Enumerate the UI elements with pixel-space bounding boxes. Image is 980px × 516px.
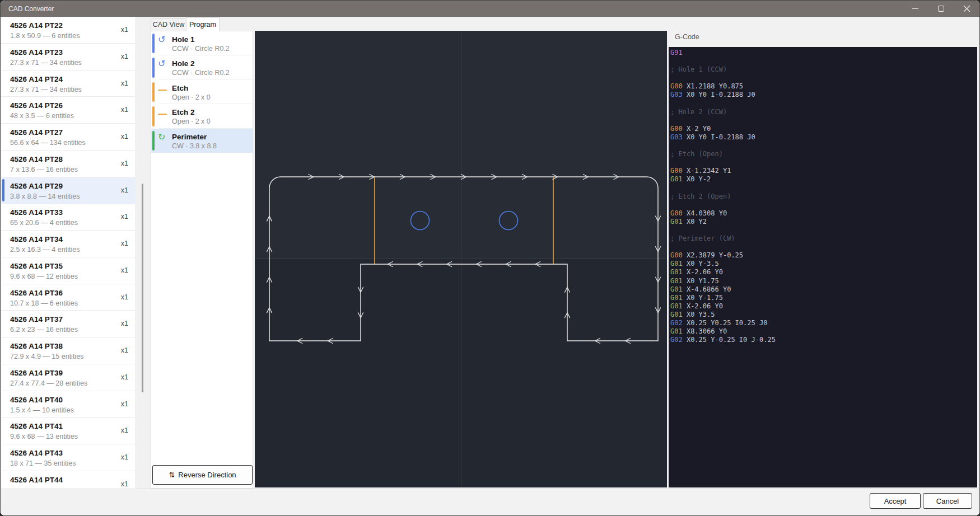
parts-list: 4526 A14 PT221.8 x 50.9 — 6 entitiesx145… — [1, 17, 135, 489]
cancel-button[interactable]: Cancel — [923, 493, 972, 509]
part-detail: 27.3 x 71 — 34 entities — [10, 85, 135, 94]
operation-detail: Open · 2 x 0 — [172, 118, 253, 126]
window-controls — [902, 1, 979, 17]
part-detail: 7 x 13.6 — 16 entities — [10, 165, 135, 174]
part-list-item[interactable]: 4526 A14 PT2756.6 x 64 — 134 entitiesx1 — [1, 124, 135, 151]
gcode-line — [670, 158, 977, 167]
part-list-item[interactable]: 4526 A14 PT359.6 x 68 — 12 entitiesx1 — [1, 257, 135, 284]
operation-detail: CCW · Circle R0.2 — [172, 69, 253, 77]
gcode-line: G01 X0 Y-2 — [670, 175, 977, 184]
accept-button[interactable]: Accept — [870, 493, 921, 509]
gcode-line: G01 X-2.06 Y0 — [670, 268, 977, 276]
part-list-item[interactable]: 4526 A14 PT2648 x 3.5 — 6 entitiesx1 — [1, 97, 135, 124]
gcode-line — [670, 74, 977, 82]
gcode-line: ; Etch 2 (Open) — [670, 193, 977, 201]
part-quantity: x1 — [121, 160, 128, 167]
gcode-line: G01 X0 Y-3.5 — [670, 260, 977, 268]
gcode-line: G01 X-2.06 Y0 — [670, 302, 977, 311]
gcode-line — [670, 57, 977, 65]
part-list-item[interactable]: 4526 A14 PT419.6 x 68 — 13 entitiesx1 — [1, 418, 135, 444]
etch-line-icon — [158, 114, 167, 115]
operation-name: Etch — [172, 83, 253, 93]
part-quantity: x1 — [121, 26, 128, 34]
part-list-item[interactable]: 4526 A14 PT3365 x 20.6 — 4 entitiesx1 — [1, 204, 135, 231]
gcode-line: G00 X1.2188 Y0.875 — [670, 82, 977, 91]
part-name: 4526 A14 PT35 — [10, 261, 135, 271]
part-list-item[interactable]: 4526 A14 PT3872.9 x 4.9 — 15 entitiesx1 — [1, 337, 135, 364]
gcode-line — [670, 100, 977, 108]
maximize-button[interactable] — [928, 1, 954, 17]
operation-item[interactable]: ↺Hole 2CCW · Circle R0.2 — [151, 55, 253, 79]
part-name: 4526 A14 PT43 — [10, 448, 135, 458]
gcode-line: G00 X4.0308 Y0 — [670, 209, 977, 218]
gcode-line — [670, 184, 977, 193]
gcode-line: G03 X0 Y0 I-0.2188 J0 — [670, 91, 977, 99]
operation-item[interactable]: Etch 2Open · 2 x 0 — [151, 104, 253, 128]
part-list-item[interactable]: 4526 A14 PT3927.4 x 77.4 — 28 entitiesx1 — [1, 364, 135, 391]
operation-item[interactable]: EtchOpen · 2 x 0 — [151, 80, 253, 104]
gcode-line: G03 X0 Y0 I-0.2188 J0 — [670, 133, 977, 142]
cad-converter-window: CAD Converter 4526 A14 PT221.8 x 50.9 — … — [0, 0, 980, 516]
rotate-ccw-icon: ↺ — [158, 35, 165, 44]
part-name: 4526 A14 PT22 — [10, 21, 135, 31]
part-list-item[interactable]: 4526 A14 PT293.8 x 8.8 — 14 entitiesx1 — [1, 177, 135, 204]
part-detail: 9.6 x 68 — 12 entities — [10, 272, 135, 281]
part-detail: 3.8 x 8.8 — 14 entities — [10, 192, 135, 201]
part-list-item[interactable]: 4526 A14 PT4318 x 71 — 35 entitiesx1 — [1, 444, 135, 471]
part-quantity: x1 — [121, 453, 128, 461]
part-list-item[interactable]: 4526 A14 PT2427.3 x 71 — 34 entitiesx1 — [1, 71, 135, 97]
part-list-item[interactable]: 4526 A14 PT342.5 x 16.3 — 4 entitiesx1 — [1, 231, 135, 257]
rotate-cw-icon: ↻ — [158, 133, 165, 142]
gcode-line: G01 X-4.6866 Y0 — [670, 285, 977, 294]
part-name: 4526 A14 PT23 — [10, 48, 135, 58]
part-detail: 9.6 x 68 — 13 entities — [10, 432, 135, 441]
minimize-button[interactable] — [902, 1, 928, 17]
gcode-line: G02 X0.25 Y0.25 I0.25 J0 — [670, 319, 977, 327]
part-list-item[interactable]: 4526 A14 PT3610.7 x 18 — 6 entitiesx1 — [1, 284, 135, 311]
part-quantity: x1 — [121, 480, 128, 488]
part-detail: 1.8 x 50.9 — 6 entities — [10, 31, 135, 40]
operation-accent-bar — [152, 82, 155, 102]
part-detail: 56.6 x 64 — 134 entities — [10, 138, 135, 147]
part-detail: 18 x 71 — 35 entities — [10, 459, 135, 468]
program-operations-panel: ↺Hole 1CCW · Circle R0.2↺Hole 2CCW · Cir… — [151, 31, 253, 489]
tab-cad-view[interactable]: CAD View — [151, 18, 186, 31]
gcode-line — [670, 201, 977, 209]
operation-item[interactable]: ↺Hole 1CCW · Circle R0.2 — [151, 31, 253, 55]
close-button[interactable] — [954, 1, 979, 17]
tab-program[interactable]: Program — [186, 17, 220, 31]
part-name: 4526 A14 PT29 — [10, 181, 135, 191]
window-title: CAD Converter — [8, 5, 54, 13]
titlebar[interactable]: CAD Converter — [1, 1, 979, 17]
parts-list-scrollbar[interactable] — [142, 184, 143, 392]
part-name: 4526 A14 PT28 — [10, 154, 135, 165]
gcode-line: G01 X0 Y3.5 — [670, 311, 977, 319]
part-detail: 2.5 x 16.3 — 4 entities — [10, 245, 135, 254]
part-list-item[interactable]: 4526 A14 PT376.2 x 23 — 16 entitiesx1 — [1, 311, 135, 337]
operation-detail: Open · 2 x 0 — [172, 93, 253, 102]
gcode-line: ; Etch (Open) — [670, 150, 977, 158]
reverse-direction-label: Reverse Direction — [178, 471, 236, 479]
gcode-line: G01 X0 Y-1.75 — [670, 294, 977, 302]
hole-circle — [500, 212, 518, 230]
part-name: 4526 A14 PT36 — [10, 288, 135, 298]
part-list-item[interactable]: 4526 A14 PT44x1 — [1, 471, 135, 489]
part-quantity: x1 — [121, 106, 128, 114]
operation-name: Hole 1 — [172, 35, 253, 44]
part-list-item[interactable]: 4526 A14 PT401.5 x 4 — 10 entitiesx1 — [1, 391, 135, 418]
cad-canvas[interactable] — [255, 31, 667, 487]
swap-vertical-icon: ⇅ — [169, 471, 175, 479]
operation-name: Etch 2 — [172, 107, 253, 117]
part-list-item[interactable]: 4526 A14 PT287 x 13.6 — 16 entitiesx1 — [1, 151, 135, 177]
gcode-editor[interactable]: G91 ; Hole 1 (CCW) G00 X1.2188 Y0.875G03… — [669, 47, 977, 487]
reverse-direction-button[interactable]: ⇅ Reverse Direction — [152, 465, 253, 485]
part-list-item[interactable]: 4526 A14 PT2327.3 x 71 — 34 entitiesx1 — [1, 44, 135, 71]
gcode-line: ; Hole 2 (CCW) — [670, 108, 977, 116]
part-quantity: x1 — [121, 400, 128, 408]
part-detail: 10.7 x 18 — 6 entities — [10, 299, 135, 308]
part-quantity: x1 — [121, 266, 128, 274]
part-list-item[interactable]: 4526 A14 PT221.8 x 50.9 — 6 entitiesx1 — [1, 17, 135, 44]
operation-item[interactable]: ↻PerimeterCW · 3.8 x 8.8 — [151, 129, 253, 153]
part-quantity: x1 — [121, 186, 128, 194]
part-detail: 6.2 x 23 — 16 entities — [10, 325, 135, 334]
